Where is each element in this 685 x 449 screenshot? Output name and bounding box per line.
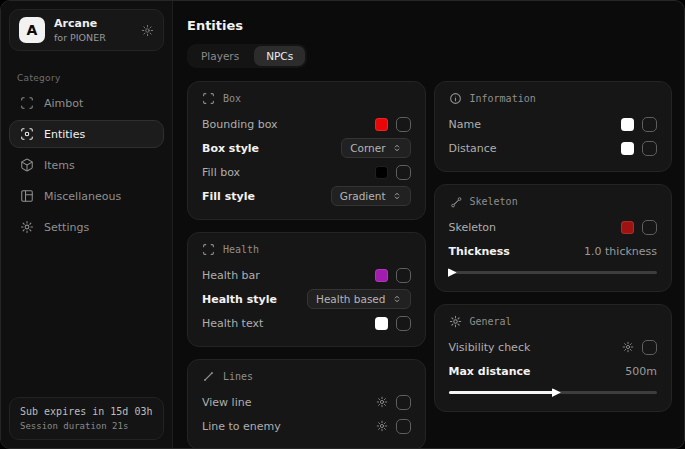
setting-label: Fill box [202,166,240,179]
left-column: Box Bounding box Box style Corner [187,81,426,448]
setting-label: Distance [449,142,497,155]
setting-label: Line to enemy [202,420,281,433]
health-style-dropdown[interactable]: Health based [307,289,411,309]
sidebar-nav: Aimbot Entities Items [9,89,164,241]
sidebar: A Arcane for PIONER Category Aim [1,1,173,448]
view-line-checkbox[interactable] [396,395,411,410]
fill-style-dropdown[interactable]: Gradient [331,186,411,206]
tab-players[interactable]: Players [189,46,251,66]
sidebar-item-label: Items [44,159,75,172]
fill-box-checkbox[interactable] [396,165,411,180]
layout-grid-icon [20,189,34,203]
color-swatch[interactable] [375,166,388,179]
health-card: Health Health bar Health style Health ba… [187,232,426,347]
slider-track[interactable] [449,391,658,394]
lines-card: Lines View line [187,359,426,448]
setting-row: Distance [449,136,658,160]
setting-row: Thickness 1.0 thickness [449,239,658,263]
slider-fill [449,391,557,394]
app-window: A Arcane for PIONER Category Aim [0,0,685,449]
bounding-box-checkbox[interactable] [396,117,411,132]
box-style-dropdown[interactable]: Corner [341,138,410,158]
sidebar-item-label: Aimbot [44,97,83,110]
thickness-slider[interactable] [449,268,658,277]
card-title: Health [223,244,259,255]
setting-row: View line [202,390,411,414]
card-title: Information [470,93,536,104]
chevrons-up-down-icon [392,294,402,304]
setting-row: Skeleton [449,215,658,239]
sidebar-item-miscellaneous[interactable]: Miscellaneous [9,182,164,210]
health-bar-checkbox[interactable] [396,268,411,283]
color-swatch[interactable] [621,221,634,234]
setting-label: Health bar [202,269,260,282]
slider-track[interactable] [449,271,658,274]
setting-label: Max distance [449,365,531,378]
name-checkbox[interactable] [642,117,657,132]
scan-eye-icon [20,127,34,141]
line-to-enemy-checkbox[interactable] [396,419,411,434]
info-icon [449,92,462,105]
color-swatch[interactable] [375,118,388,131]
dropdown-value: Gradient [340,190,386,202]
color-swatch[interactable] [375,269,388,282]
gear-icon[interactable] [376,396,388,408]
bounding-box-icon [202,92,215,105]
color-swatch[interactable] [621,118,634,131]
health-text-checkbox[interactable] [396,316,411,331]
slider-value: 500m [625,365,657,378]
box-card: Box Bounding box Box style Corner [187,81,426,220]
setting-label: View line [202,396,251,409]
card-header: Box [202,92,411,105]
setting-label: Health text [202,317,263,330]
gear-icon [449,315,462,328]
gear-icon[interactable] [141,24,154,37]
sidebar-item-settings[interactable]: Settings [9,213,164,241]
setting-row: Fill style Gradient [202,184,411,208]
color-swatch[interactable] [375,317,388,330]
dropdown-value: Health based [316,293,386,305]
setting-row: Line to enemy [202,414,411,438]
skeleton-checkbox[interactable] [642,220,657,235]
sidebar-item-label: Miscellaneous [44,190,121,203]
setting-row: Bounding box [202,112,411,136]
setting-label: Box style [202,142,259,155]
category-label: Category [17,73,172,83]
card-columns: Box Bounding box Box style Corner [187,81,672,448]
setting-label: Fill style [202,190,255,203]
subscription-info: Sub expires in 15d 03h Session duration … [9,397,164,440]
tab-npcs[interactable]: NPCs [254,46,305,66]
visibility-check-checkbox[interactable] [642,340,657,355]
color-swatch[interactable] [621,142,634,155]
crosshair-scan-icon [20,96,34,110]
distance-checkbox[interactable] [642,141,657,156]
slider-fill [449,271,453,274]
information-card: Information Name Distance [434,81,673,172]
sidebar-item-entities[interactable]: Entities [9,120,164,148]
sidebar-item-aimbot[interactable]: Aimbot [9,89,164,117]
app-name: Arcane [54,17,106,30]
setting-label: Name [449,118,481,131]
session-duration-text: Session duration 21s [20,421,153,431]
slider-handle[interactable] [552,388,561,397]
slider-handle[interactable] [448,268,457,277]
setting-row: Fill box [202,160,411,184]
card-header: General [449,315,658,328]
card-header: Skeleton [449,195,658,208]
setting-label: Skeleton [449,221,497,234]
gear-icon[interactable] [622,341,634,353]
setting-row: Visibility check [449,335,658,359]
app-subtitle: for PIONER [54,32,106,43]
dropdown-value: Corner [350,142,385,154]
max-distance-slider[interactable] [449,388,658,397]
gear-icon[interactable] [376,420,388,432]
chevrons-up-down-icon [392,191,402,201]
bone-icon [449,195,462,208]
setting-label: Bounding box [202,118,278,131]
diagonal-line-icon [202,370,215,383]
card-header: Health [202,243,411,256]
setting-label: Visibility check [449,341,531,354]
sidebar-item-items[interactable]: Items [9,151,164,179]
main-panel: Entities Players NPCs Box [173,1,684,448]
right-column: Information Name Distance [434,81,673,412]
